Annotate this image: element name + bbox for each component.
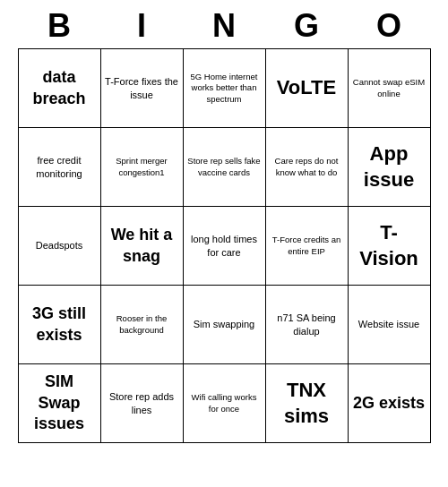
bingo-cell-23: TNX sims xyxy=(266,364,349,443)
title-b: B xyxy=(23,7,95,45)
bingo-cell-16: Rooser in the background xyxy=(101,286,184,364)
bingo-grid: data breachT-Force fixes the issue5G Hom… xyxy=(18,48,431,443)
bingo-cell-11: We hit a snag xyxy=(101,207,184,286)
bingo-cell-24: 2G exists xyxy=(349,364,431,443)
bingo-cell-0: data breach xyxy=(19,49,101,128)
bingo-cell-7: Store rep sells fake vaccine cards xyxy=(184,128,266,207)
title-o: O xyxy=(353,7,425,45)
bingo-cell-3: VoLTE xyxy=(266,49,349,128)
bingo-cell-13: T-Force credits an entire EIP xyxy=(266,207,349,286)
bingo-cell-8: Care reps do not know what to do xyxy=(266,128,349,207)
bingo-cell-15: 3G still exists xyxy=(19,286,101,364)
bingo-cell-4: Cannot swap eSIM online xyxy=(349,49,431,128)
bingo-cell-12: long hold times for care xyxy=(184,207,266,286)
bingo-cell-10: Deadspots xyxy=(19,207,101,286)
bingo-cell-6: Sprint merger congestion1 xyxy=(101,128,184,207)
bingo-cell-14: T-Vision xyxy=(349,207,431,286)
bingo-cell-22: Wifi calling works for once xyxy=(184,364,266,443)
bingo-cell-17: Sim swapping xyxy=(184,286,266,364)
bingo-cell-5: free credit monitoring xyxy=(19,128,101,207)
title-i: I xyxy=(106,7,177,45)
bingo-cell-21: Store rep adds lines xyxy=(101,364,184,443)
bingo-cell-18: n71 SA being dialup xyxy=(266,286,349,364)
bingo-cell-9: App issue xyxy=(349,128,431,207)
title-g: G xyxy=(271,7,342,45)
bingo-cell-1: T-Force fixes the issue xyxy=(101,49,184,128)
bingo-title: B I N G O xyxy=(18,0,430,48)
bingo-cell-2: 5G Home internet works better than spect… xyxy=(184,49,266,128)
title-n: N xyxy=(188,7,260,45)
bingo-cell-20: SIM Swap issues xyxy=(19,364,101,443)
bingo-cell-19: Website issue xyxy=(349,286,431,364)
